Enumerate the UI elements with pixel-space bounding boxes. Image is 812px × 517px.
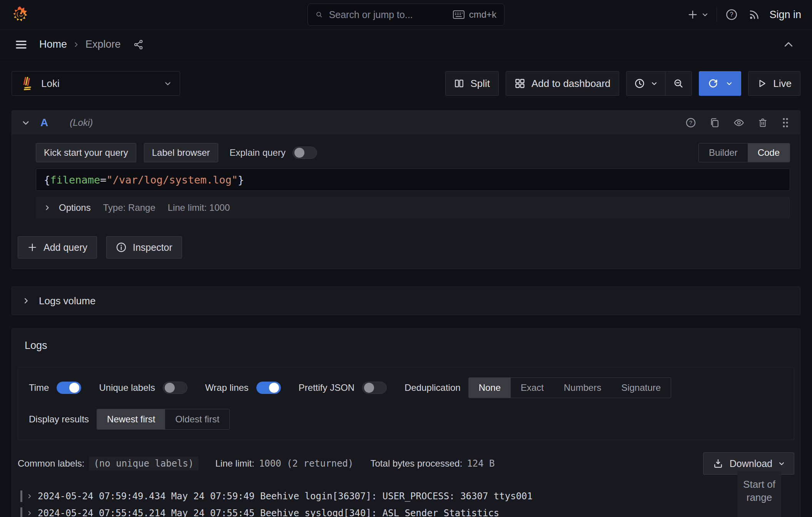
sign-in-button[interactable]: Sign in xyxy=(769,9,801,21)
deduplication-switcher: None Exact Numbers Signature xyxy=(468,377,672,398)
explore-toolbar: Loki Split Add to dashboar xyxy=(12,71,800,96)
add-query-label: Add query xyxy=(43,242,87,253)
sort-order-switcher: Newest first Oldest first xyxy=(97,409,230,430)
new-menu-button[interactable] xyxy=(687,9,708,20)
live-label: Live xyxy=(773,78,792,90)
query-ref-id: A xyxy=(40,117,48,129)
zoom-out-icon xyxy=(673,78,684,89)
kick-start-query-button[interactable]: Kick start your query xyxy=(36,143,136,162)
code-mode-button[interactable]: Code xyxy=(748,143,790,162)
dedup-signature-button[interactable]: Signature xyxy=(611,378,671,398)
explain-query-label: Explain query xyxy=(230,147,286,158)
hide-query-eye-icon[interactable] xyxy=(733,117,745,128)
keyboard-icon xyxy=(453,10,464,19)
explain-query-toggle[interactable] xyxy=(292,147,317,159)
search-input[interactable] xyxy=(329,9,453,20)
query-datasource-hint: (Loki) xyxy=(70,117,93,128)
split-label: Split xyxy=(470,78,490,90)
inspector-button[interactable]: Inspector xyxy=(106,236,182,258)
common-labels-label: Common labels: xyxy=(18,458,84,469)
unique-labels-toggle[interactable] xyxy=(163,382,187,394)
help-button[interactable]: ? xyxy=(725,8,738,21)
time-label: Time xyxy=(29,382,49,393)
query-editor-panel: A (Loki) ? xyxy=(12,110,800,269)
share-icon[interactable] xyxy=(133,39,144,50)
options-line-limit: Line limit: 1000 xyxy=(168,202,230,213)
live-button[interactable]: Live xyxy=(748,71,800,96)
chevron-down-icon[interactable] xyxy=(726,80,732,87)
split-button[interactable]: Split xyxy=(445,71,499,96)
logs-controls: Time Unique labels Wrap lines Prettify J… xyxy=(18,367,794,440)
grafana-logo-icon[interactable] xyxy=(11,5,29,24)
builder-mode-button[interactable]: Builder xyxy=(699,143,748,162)
options-title: Options xyxy=(59,202,91,213)
zoom-out-button[interactable] xyxy=(665,72,692,95)
unique-labels-label: Unique labels xyxy=(99,382,155,393)
search-icon xyxy=(316,10,323,20)
datasource-name: Loki xyxy=(41,78,60,90)
info-circle-icon xyxy=(116,242,127,253)
log-row[interactable]: 2024-05-24 07:55:45.214 May 24 07:55:45 … xyxy=(20,505,794,517)
query-row-header: A (Loki) ? xyxy=(12,111,800,135)
download-icon xyxy=(713,458,723,469)
collapse-chevron-icon[interactable] xyxy=(22,119,30,127)
log-rows: 2024-05-24 07:59:49.434 May 24 07:59:49 … xyxy=(20,488,794,517)
sync-icon xyxy=(708,78,718,89)
refresh-button[interactable] xyxy=(699,71,741,96)
logs-panel: Logs Time Unique labels Wrap lines Prett… xyxy=(12,329,800,517)
chevron-down-icon xyxy=(702,12,708,18)
log-row[interactable]: 2024-05-24 07:59:49.434 May 24 07:59:49 … xyxy=(20,488,794,505)
svg-text:?: ? xyxy=(730,11,733,18)
time-toggle[interactable] xyxy=(57,382,81,394)
breadcrumb-home[interactable]: Home xyxy=(39,38,67,50)
label-browser-button[interactable]: Label browser xyxy=(144,143,218,162)
log-level-bar xyxy=(20,507,22,517)
drag-handle-icon[interactable] xyxy=(781,117,790,128)
oldest-first-button[interactable]: Oldest first xyxy=(165,409,229,429)
chevron-right-icon xyxy=(23,297,30,305)
breadcrumb-bar: Home Explore xyxy=(0,30,812,60)
chevron-right-icon xyxy=(73,42,79,48)
plus-icon xyxy=(687,9,698,20)
start-of-range-button[interactable]: Start of range xyxy=(737,471,781,517)
prettify-json-toggle[interactable] xyxy=(362,382,387,394)
news-button[interactable] xyxy=(749,9,760,20)
duplicate-query-icon[interactable] xyxy=(709,117,720,128)
query-actions-row: Add query Inspector xyxy=(12,218,800,269)
wrap-lines-toggle[interactable] xyxy=(256,382,281,394)
query-tools-row: Kick start your query Label browser Expl… xyxy=(36,143,790,162)
editor-mode-switcher: Builder Code xyxy=(698,143,790,162)
menu-icon[interactable] xyxy=(15,38,28,51)
query-expression-input[interactable]: {filename="/var/log/system.log"} xyxy=(36,168,790,191)
split-icon xyxy=(454,78,464,88)
global-search[interactable]: cmd+k xyxy=(307,3,505,26)
datasource-picker[interactable]: Loki xyxy=(12,71,180,96)
query-help-icon[interactable]: ? xyxy=(685,117,696,128)
top-nav: cmd+k ? Sign in xyxy=(0,0,812,30)
dedup-exact-button[interactable]: Exact xyxy=(511,378,554,398)
total-bytes-value: 124 B xyxy=(467,458,495,469)
logs-volume-title: Logs volume xyxy=(39,295,95,307)
rss-icon xyxy=(749,9,760,20)
newest-first-button[interactable]: Newest first xyxy=(97,409,165,429)
expr-brace-open: { xyxy=(44,174,50,186)
chevron-right-icon xyxy=(27,510,32,516)
expr-equals: = xyxy=(100,174,106,186)
clock-icon xyxy=(634,78,645,89)
chevron-up-icon[interactable] xyxy=(783,39,794,50)
search-shortcut: cmd+k xyxy=(453,9,496,20)
time-picker-button[interactable] xyxy=(627,72,665,95)
dedup-none-button[interactable]: None xyxy=(469,378,511,398)
chevron-down-icon xyxy=(164,80,171,87)
add-query-button[interactable]: Add query xyxy=(18,236,97,258)
add-to-dashboard-button[interactable]: Add to dashboard xyxy=(506,71,619,96)
chevron-right-icon xyxy=(27,494,32,499)
query-options-row[interactable]: Options Type: Range Line limit: 1000 xyxy=(36,197,790,218)
delete-query-trash-icon[interactable] xyxy=(758,117,768,128)
logs-volume-panel[interactable]: Logs volume xyxy=(12,287,800,315)
expr-brace-close: } xyxy=(238,174,244,186)
svg-text:?: ? xyxy=(689,120,692,126)
logs-panel-title: Logs xyxy=(25,340,800,352)
dedup-numbers-button[interactable]: Numbers xyxy=(554,378,611,398)
common-labels-value: (no unique labels) xyxy=(89,457,198,470)
